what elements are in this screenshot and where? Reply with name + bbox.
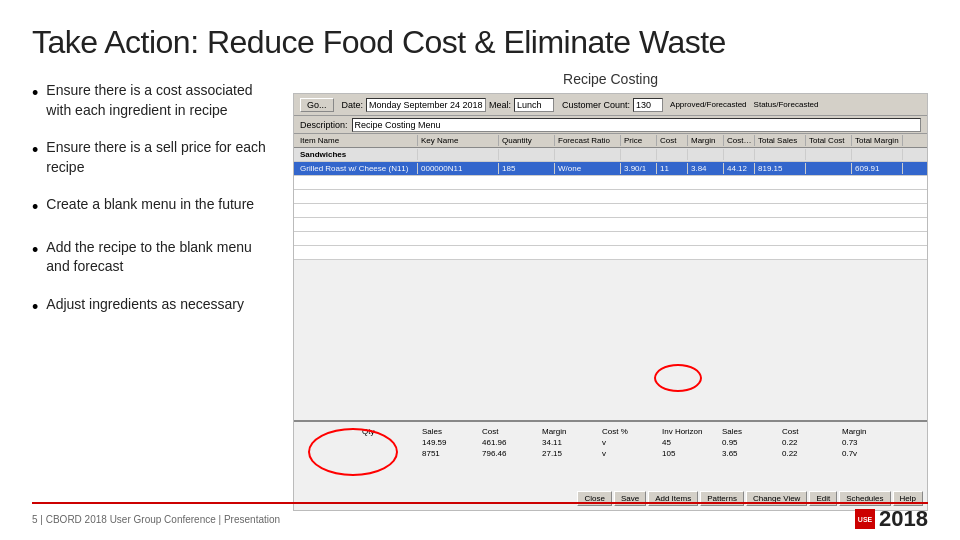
sr2-8: 3.65	[722, 449, 772, 458]
cell-total-cost	[807, 163, 852, 174]
col-cost-pct: Cost %	[725, 135, 755, 146]
description-label: Description:	[300, 120, 348, 130]
bullet-dot-5: •	[32, 296, 38, 319]
cell-cost-pct: 44.12	[725, 163, 755, 174]
table-row-empty-1	[294, 176, 927, 190]
bullet-item-1: • Ensure there is a cost associated with…	[32, 75, 277, 126]
bullet-dot-4: •	[32, 239, 38, 262]
group-c2	[419, 149, 499, 160]
footer-divider	[32, 502, 928, 504]
summary-data-row-1: 149.59 461.96 34.11 v 45 0.95 0.22 0.73	[298, 437, 923, 448]
slide: Take Action: Reduce Food Cost & Eliminat…	[0, 0, 960, 540]
cell-quantity: 185	[500, 163, 555, 174]
group-c3	[500, 149, 555, 160]
sr2-9: 0.22	[782, 449, 832, 458]
use-logo-icon: USE	[855, 509, 875, 529]
table-body: Sandwiches	[294, 148, 927, 420]
sr1-9: 0.22	[782, 438, 832, 447]
go-button[interactable]: Go...	[300, 98, 334, 112]
bullet-text-5: Adjust ingredients as necessary	[46, 295, 244, 315]
sr1-8: 0.95	[722, 438, 772, 447]
summary-data-row-2: 8751 796.46 27.15 v 105 3.65 0.22 0.7v	[298, 448, 923, 459]
col-key-name: Key Name	[419, 135, 499, 146]
sr2-5: 27.15	[542, 449, 592, 458]
description-input[interactable]	[352, 118, 921, 132]
sh2: Qty	[362, 427, 412, 436]
app-window: Go... Date: Meal: Customer Count: Approv…	[294, 94, 927, 510]
group-c4	[556, 149, 621, 160]
cell-price: 3.90/1	[622, 163, 657, 174]
footer: 5 | CBORD 2018 User Group Conference | P…	[32, 506, 928, 532]
customer-count-input[interactable]	[633, 98, 663, 112]
bullet-item-3: • Create a blank menu in the future	[32, 189, 277, 225]
sr1-3: 149.59	[422, 438, 472, 447]
cell-key-name: 000000N11	[419, 163, 499, 174]
col-forecast: Forecast Ratio	[556, 135, 621, 146]
use-text: USE	[858, 516, 872, 523]
col-total-sales: Total Sales	[756, 135, 806, 146]
meal-label: Meal:	[489, 100, 511, 110]
cell-cost: 11	[658, 163, 688, 174]
sr1-7: 45	[662, 438, 712, 447]
table-row-empty-6	[294, 246, 927, 260]
sr2-4: 796.46	[482, 449, 532, 458]
date-input[interactable]	[366, 98, 486, 112]
table-row-empty-5	[294, 232, 927, 246]
sh9: Cost	[782, 427, 832, 436]
slide-title: Take Action: Reduce Food Cost & Eliminat…	[32, 24, 928, 61]
group-c6	[658, 149, 688, 160]
left-panel: • Ensure there is a cost associated with…	[32, 71, 277, 511]
app-bottom-section: Qty Sales Cost Margin Cost % Inv Horizon…	[294, 420, 927, 510]
sr1-6: v	[602, 438, 652, 447]
bullet-dot-2: •	[32, 139, 38, 162]
content-area: • Ensure there is a cost associated with…	[32, 71, 928, 511]
group-c5	[622, 149, 657, 160]
sh1	[302, 427, 352, 436]
footer-text: 5 | CBORD 2018 User Group Conference | P…	[32, 514, 280, 525]
customer-count-field: Customer Count: Approved/Forecasted Stat…	[562, 98, 818, 112]
bullet-item-4: • Add the recipe to the blank menu and f…	[32, 232, 277, 283]
cell-margin: 3.84	[689, 163, 724, 174]
bullet-item-2: • Ensure there is a sell price for each …	[32, 132, 277, 183]
summary-table: Qty Sales Cost Margin Cost % Inv Horizon…	[298, 426, 923, 459]
footer-logo: USE 2018	[855, 506, 928, 532]
bullet-dot-3: •	[32, 196, 38, 219]
sh3: Sales	[422, 427, 472, 436]
sr1-5: 34.11	[542, 438, 592, 447]
date-field: Date: Meal:	[342, 98, 555, 112]
table-row-empty-4	[294, 218, 927, 232]
screenshot-container: Go... Date: Meal: Customer Count: Approv…	[293, 93, 928, 511]
bullet-text-2: Ensure there is a sell price for each re…	[46, 138, 277, 177]
cell-item-name: Grilled Roast w/ Cheese (N11)	[298, 163, 418, 174]
group-c8	[725, 149, 755, 160]
sr1-10: 0.73	[842, 438, 892, 447]
meal-input[interactable]	[514, 98, 554, 112]
col-item-name: Item Name	[298, 135, 418, 146]
right-panel: Recipe Costing Go... Date: Meal: Custo	[293, 71, 928, 511]
sr1-1	[302, 438, 352, 447]
sh6: Cost %	[602, 427, 652, 436]
sr2-6: v	[602, 449, 652, 458]
table-row-empty-3	[294, 204, 927, 218]
group-name: Sandwiches	[298, 149, 418, 160]
table-row-group[interactable]: Sandwiches	[294, 148, 927, 162]
app-toolbar: Go... Date: Meal: Customer Count: Approv…	[294, 94, 927, 116]
sr1-4: 461.96	[482, 438, 532, 447]
group-c7	[689, 149, 724, 160]
group-c11	[853, 149, 903, 160]
table-row[interactable]: Grilled Roast w/ Cheese (N11) 000000N11 …	[294, 162, 927, 176]
bullet-item-5: • Adjust ingredients as necessary	[32, 289, 277, 325]
sh7: Inv Horizon	[662, 427, 712, 436]
bullet-text-4: Add the recipe to the blank menu and for…	[46, 238, 277, 277]
sh10: Margin	[842, 427, 892, 436]
status-label: Status/Forecasted	[754, 100, 819, 109]
group-c10	[807, 149, 852, 160]
col-quantity: Quantity	[500, 135, 555, 146]
sr2-1	[302, 449, 352, 458]
sh8: Sales	[722, 427, 772, 436]
summary-header-row: Qty Sales Cost Margin Cost % Inv Horizon…	[298, 426, 923, 437]
cell-forecast: W/one	[556, 163, 621, 174]
customer-count-label: Customer Count:	[562, 100, 630, 110]
col-total-cost: Total Cost	[807, 135, 852, 146]
bullet-text-3: Create a blank menu in the future	[46, 195, 254, 215]
